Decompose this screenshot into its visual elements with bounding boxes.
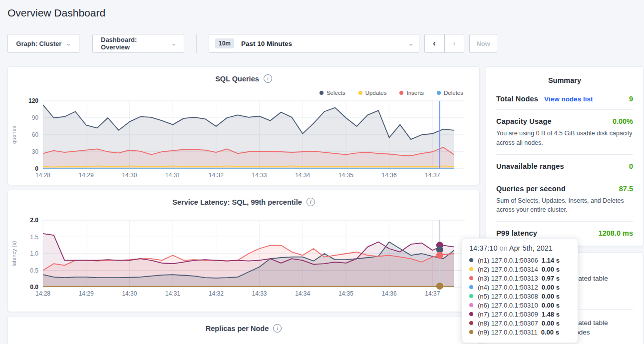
svg-text:14:33: 14:33 (252, 290, 267, 297)
summary-row-capacity-usage: Capacity Usage 0.00% You are using 0 B o… (496, 110, 633, 155)
node-latency-value: 0.00 s (542, 320, 560, 327)
svg-text:14:36: 14:36 (382, 172, 397, 179)
node-latency-value: 0.00 s (542, 293, 560, 300)
unavailable-ranges-value: 0 (629, 162, 633, 170)
replicas-per-node-title: Replicas per Node (206, 325, 269, 333)
replicas-per-node-card: Replicas per Node i (7, 316, 480, 344)
queries-per-second-value: 87.5 (619, 185, 633, 193)
summary-header: Summary (486, 67, 643, 87)
svg-text:60: 60 (32, 131, 39, 138)
node-color-dot (469, 321, 473, 325)
svg-text:latency (s): latency (s) (11, 241, 17, 267)
summary-row-total-nodes: Total Nodes View nodes list 9 (496, 87, 633, 110)
info-icon[interactable]: i (273, 324, 282, 333)
legend-label: Updates (365, 90, 387, 96)
chevron-down-icon: ⌄ (408, 41, 414, 46)
page-title: Overview Dashboard (7, 7, 105, 19)
svg-text:14:30: 14:30 (122, 290, 137, 297)
svg-text:0.0: 0.0 (30, 284, 38, 291)
legend-item[interactable]: Deletes (437, 90, 463, 96)
tooltip-node-row: (n5) 127.0.0.1:50308 0.00 s (469, 292, 571, 301)
dashboard-dropdown[interactable]: Dashboard: Overview ⌄ (92, 34, 184, 53)
graph-dropdown-label: Graph: Cluster (16, 40, 61, 47)
summary-row-unavailable-ranges: Unavailable ranges 0 (496, 155, 633, 177)
legend-color-dot (437, 91, 441, 95)
svg-text:0: 0 (35, 165, 38, 172)
svg-text:120: 120 (28, 97, 38, 104)
service-latency-chart[interactable]: 0.00.51.01.52.014:2814:2914:3014:3114:32… (8, 216, 480, 306)
svg-text:14:28: 14:28 (35, 172, 50, 179)
svg-text:14:31: 14:31 (165, 172, 180, 179)
node-address: (n2) 127.0.0.1:50314 (478, 266, 538, 273)
total-nodes-value: 9 (629, 95, 633, 103)
node-color-dot (469, 330, 473, 334)
tooltip-node-row: (n8) 127.0.0.1:50307 0.00 s (469, 319, 571, 328)
overview-dashboard-page: Overview Dashboard Graph: Cluster ⌄ Dash… (0, 0, 644, 344)
info-icon[interactable]: i (307, 198, 315, 206)
svg-text:0.5: 0.5 (30, 267, 38, 274)
time-range-label: Past 10 Minutes (241, 40, 409, 47)
legend-item[interactable]: Selects (320, 90, 345, 96)
time-range-badge: 10m (215, 38, 234, 48)
node-address: (n1) 127.0.0.1:50306 (478, 257, 538, 264)
summary-row-queries-per-second: Queries per second 87.5 Sum of Selects, … (496, 177, 633, 222)
info-icon[interactable]: i (264, 74, 272, 83)
graph-dropdown[interactable]: Graph: Cluster ⌄ (7, 34, 79, 53)
svg-text:90: 90 (32, 114, 39, 121)
node-color-dot (469, 267, 473, 271)
legend-label: Selects (326, 90, 345, 96)
queries-per-second-subtext: Sum of Selects, Updates, Inserts, and De… (496, 196, 633, 215)
svg-text:queries: queries (11, 125, 17, 144)
svg-text:2.0: 2.0 (30, 217, 38, 224)
node-color-dot (469, 303, 473, 307)
service-latency-title: Service Latency: SQL, 99th percentile (172, 198, 302, 206)
node-color-dot (469, 276, 473, 280)
node-latency-value: 0.00 s (541, 329, 559, 336)
tooltip-node-row: (n3) 127.0.0.1:50313 0.97 s (469, 274, 571, 283)
node-latency-value: 1.14 s (542, 257, 560, 264)
sql-queries-card: SQL Queries i Selects Updates Inserts De… (7, 66, 480, 185)
now-button[interactable]: Now (469, 34, 497, 53)
tooltip-node-row: (n2) 127.0.0.1:50314 0.00 s (469, 265, 571, 274)
p99-latency-label: P99 latency (496, 229, 537, 237)
time-range-selector[interactable]: 10m Past 10 Minutes ⌄ (209, 34, 419, 53)
sql-queries-chart[interactable]: 030609012014:2814:2914:3014:3114:3214:33… (8, 97, 480, 186)
node-latency-value: 1.48 s (542, 311, 560, 318)
tooltip-node-row: (n1) 127.0.0.1:50306 1.14 s (469, 256, 571, 265)
view-nodes-list-link[interactable]: View nodes list (544, 95, 593, 103)
node-color-dot (469, 294, 473, 298)
node-address: (n5) 127.0.0.1:50308 (478, 293, 538, 300)
unavailable-ranges-label: Unavailable ranges (496, 162, 564, 170)
capacity-usage-subtext: You are using 0 B of 4.5 GiB usable disk… (496, 129, 633, 148)
svg-text:14:35: 14:35 (338, 172, 353, 179)
legend-item[interactable]: Inserts (399, 90, 424, 96)
node-latency-value: 0.97 s (542, 275, 560, 282)
dashboard-controls: Graph: Cluster ⌄ Dashboard: Overview ⌄ 1… (7, 34, 497, 53)
svg-text:14:29: 14:29 (79, 290, 94, 297)
svg-text:14:28: 14:28 (35, 290, 50, 297)
node-address: (n3) 127.0.0.1:50313 (478, 275, 538, 282)
svg-text:14:35: 14:35 (338, 290, 353, 297)
chart-hover-tooltip: 14:37:10 on Apr 5th, 2021 (n1) 127.0.0.1… (462, 238, 578, 343)
chevron-down-icon: ⌄ (66, 41, 72, 46)
controls-divider (196, 34, 197, 53)
node-address: (n9) 127.0.0.1:50311 (478, 329, 538, 336)
service-latency-card: Service Latency: SQL, 99th percentile i … (7, 190, 480, 312)
tooltip-node-row: (n4) 127.0.0.1:50312 0.00 s (469, 283, 571, 292)
svg-text:14:37: 14:37 (425, 172, 440, 179)
legend-label: Deletes (444, 90, 463, 96)
legend-item[interactable]: Updates (358, 90, 387, 96)
svg-text:30: 30 (32, 148, 39, 155)
capacity-usage-value: 0.00% (613, 117, 633, 125)
legend-color-dot (320, 91, 323, 95)
queries-per-second-label: Queries per second (496, 185, 566, 193)
time-next-button[interactable]: › (444, 34, 464, 53)
time-prev-button[interactable]: ‹ (424, 34, 444, 53)
svg-text:14:29: 14:29 (79, 172, 94, 179)
svg-text:1.0: 1.0 (30, 250, 38, 257)
svg-text:1.5: 1.5 (30, 234, 38, 241)
svg-text:14:32: 14:32 (209, 290, 224, 297)
chevron-down-icon: ⌄ (171, 41, 177, 46)
sql-queries-title: SQL Queries (215, 75, 259, 83)
node-latency-value: 0.00 s (542, 284, 560, 291)
